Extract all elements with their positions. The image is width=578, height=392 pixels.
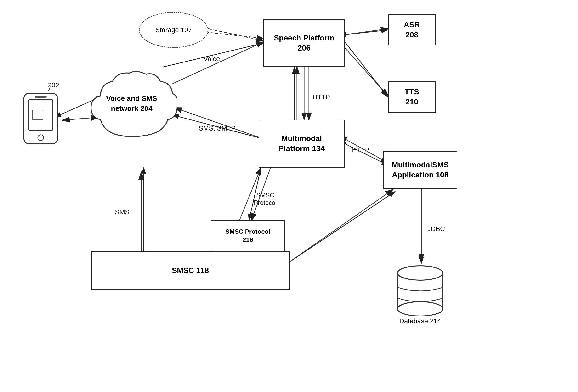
tts-label: TTS210 bbox=[405, 87, 419, 107]
svg-line-25 bbox=[172, 42, 263, 84]
svg-line-21 bbox=[345, 29, 388, 35]
http1-label: HTTP bbox=[312, 93, 330, 101]
sms-smtp-label: SMS, SMTP bbox=[199, 125, 236, 132]
asr-label: ASR208 bbox=[404, 20, 420, 40]
asr-box: ASR208 bbox=[388, 14, 436, 46]
sms-label: SMS bbox=[115, 208, 130, 216]
svg-point-40 bbox=[397, 302, 443, 316]
jdbc-label: JDBC bbox=[427, 225, 445, 233]
database-node: Database 214 bbox=[395, 261, 445, 325]
voice-sms-label: Voice and SMSnetwork 204 bbox=[96, 93, 168, 113]
smsc-protocol-arrow-label: SMSCProtocol bbox=[254, 192, 277, 206]
svg-line-20 bbox=[208, 29, 263, 41]
smsc-protocol-label: SMSC Protocol216 bbox=[225, 228, 270, 244]
storage-node: Storage 107 bbox=[139, 12, 208, 48]
svg-rect-37 bbox=[35, 96, 47, 98]
smsc-protocol-box: SMSC Protocol216 bbox=[211, 220, 285, 251]
voice-arrow-label: Voice bbox=[203, 55, 220, 63]
diagram: Storage 107 Speech Platform206 ASR208 TT… bbox=[0, 0, 578, 392]
multimodal-sms-app-label: MultimodalSMSApplication 108 bbox=[392, 160, 449, 180]
voice-sms-network-cloud: Voice and SMSnetwork 204 bbox=[86, 67, 177, 144]
phone-icon bbox=[14, 86, 67, 149]
http2-label: HTTP bbox=[352, 146, 369, 154]
phone-ref-label: 202 bbox=[48, 81, 59, 89]
phone-svg bbox=[14, 86, 67, 148]
svg-line-2 bbox=[345, 30, 388, 35]
svg-line-26 bbox=[175, 108, 263, 139]
svg-point-41 bbox=[397, 266, 443, 280]
tts-box: TTS210 bbox=[388, 81, 436, 112]
multimodal-platform-label: MultimodalPlatform 134 bbox=[279, 134, 325, 153]
multimodal-sms-app-box: MultimodalSMSApplication 108 bbox=[383, 151, 457, 189]
smsc-label: SMSC 118 bbox=[172, 266, 209, 276]
svg-line-16 bbox=[287, 192, 395, 263]
svg-line-3 bbox=[345, 42, 388, 97]
storage-label: Storage 107 bbox=[155, 26, 192, 34]
speech-platform-label: Speech Platform206 bbox=[274, 33, 335, 53]
multimodal-platform-box: MultimodalPlatform 134 bbox=[259, 120, 345, 168]
smsc-box: SMSC 118 bbox=[91, 251, 290, 290]
svg-line-32 bbox=[287, 190, 393, 263]
database-label: Database 214 bbox=[399, 317, 441, 325]
speech-platform-box: Speech Platform206 bbox=[263, 19, 345, 67]
database-svg bbox=[395, 261, 445, 316]
svg-line-22 bbox=[345, 48, 388, 96]
